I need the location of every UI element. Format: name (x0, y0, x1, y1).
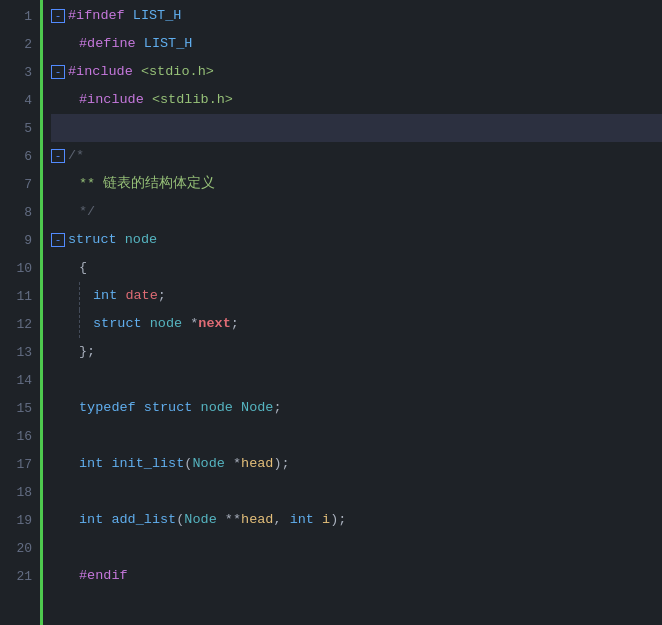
fold-icon-1[interactable]: - (51, 9, 65, 23)
code-line-4: #include <stdlib.h> (51, 86, 662, 114)
line-num-17: 17 (0, 450, 32, 478)
line-num-8: 8 (0, 198, 32, 226)
line-num-9: 9 (0, 226, 32, 254)
line-num-6: 6 (0, 142, 32, 170)
code-line-18 (51, 478, 662, 506)
code-line-3: -#include <stdio.h> (51, 58, 662, 86)
line-num-3: 3 (0, 58, 32, 86)
fold-icon-6[interactable]: - (51, 149, 65, 163)
fold-icon-3[interactable]: - (51, 65, 65, 79)
line-num-14: 14 (0, 366, 32, 394)
line-num-5: 5 (0, 114, 32, 142)
code-line-19: int add_list(Node **head, int i); (51, 506, 662, 534)
line-num-16: 16 (0, 422, 32, 450)
line-num-1: 1 (0, 2, 32, 30)
code-line-16 (51, 422, 662, 450)
code-line-10: { (51, 254, 662, 282)
line-num-21: 21 (0, 562, 32, 590)
code-line-15: typedef struct node Node; (51, 394, 662, 422)
line-num-4: 4 (0, 86, 32, 114)
fold-icon-9[interactable]: - (51, 233, 65, 247)
line-num-12: 12 (0, 310, 32, 338)
code-line-1: -#ifndef LIST_H (51, 2, 662, 30)
code-line-17: int init_list(Node *head); (51, 450, 662, 478)
line-num-11: 11 (0, 282, 32, 310)
code-line-20 (51, 534, 662, 562)
code-line-5 (51, 114, 662, 142)
line-numbers: 1 2 3 4 5 6 7 8 9 10 11 12 13 14 15 16 1… (0, 0, 40, 625)
code-line-2: #define LIST_H (51, 30, 662, 58)
code-line-14 (51, 366, 662, 394)
line-num-7: 7 (0, 170, 32, 198)
line-num-10: 10 (0, 254, 32, 282)
code-line-11: int date; (51, 282, 662, 310)
code-line-12: struct node *next; (51, 310, 662, 338)
line-num-2: 2 (0, 30, 32, 58)
code-editor: 1 2 3 4 5 6 7 8 9 10 11 12 13 14 15 16 1… (0, 0, 662, 625)
code-line-13: }; (51, 338, 662, 366)
code-line-21: #endif (51, 562, 662, 590)
code-content[interactable]: -#ifndef LIST_H #define LIST_H -#include… (43, 0, 662, 625)
line-num-15: 15 (0, 394, 32, 422)
line-num-13: 13 (0, 338, 32, 366)
line-num-19: 19 (0, 506, 32, 534)
code-line-7: ** 链表的结构体定义 (51, 170, 662, 198)
code-line-8: */ (51, 198, 662, 226)
code-line-6: -/* (51, 142, 662, 170)
line-num-20: 20 (0, 534, 32, 562)
line-num-18: 18 (0, 478, 32, 506)
code-line-9: -struct node (51, 226, 662, 254)
